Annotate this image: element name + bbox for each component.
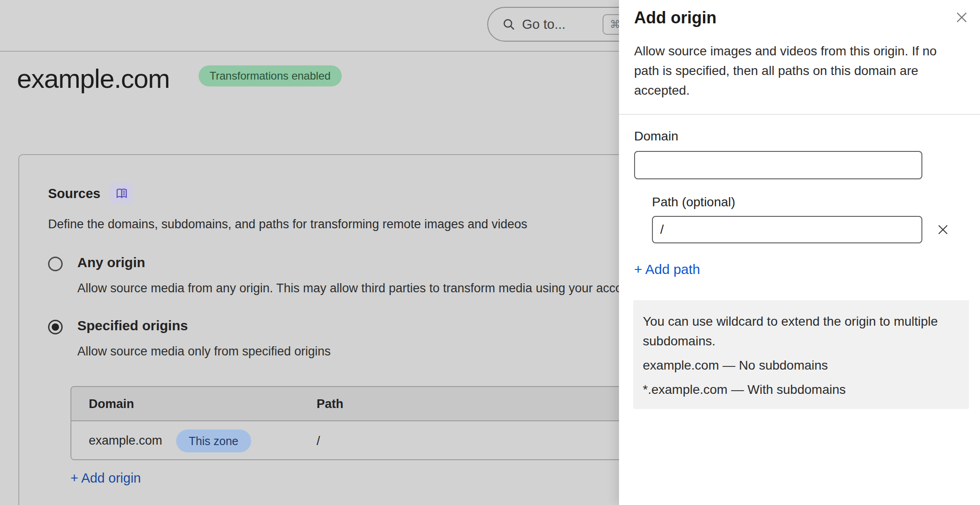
hint-example-with-subdomains: *.example.com — With subdomains bbox=[643, 380, 959, 399]
panel-description: Allow source images and videos from this… bbox=[634, 41, 957, 100]
column-header-domain: Domain bbox=[89, 397, 134, 411]
panel-divider bbox=[619, 114, 980, 115]
path-input[interactable] bbox=[652, 216, 922, 243]
origins-table-header: Domain Path bbox=[71, 387, 673, 421]
hint-example-no-subdomains: example.com — No subdomains bbox=[643, 355, 959, 375]
search-icon bbox=[502, 17, 516, 31]
radio-specified-origins[interactable] bbox=[48, 320, 63, 334]
add-origin-link[interactable]: + Add origin bbox=[70, 471, 141, 486]
close-icon bbox=[954, 10, 969, 25]
column-header-path: Path bbox=[317, 397, 344, 411]
wildcard-hint-box: You can use wildcard to extend the origi… bbox=[633, 300, 969, 409]
any-origin-label: Any origin bbox=[77, 255, 145, 270]
table-row: example.com This zone / bbox=[71, 421, 673, 460]
specified-origins-label: Specified origins bbox=[77, 318, 188, 333]
origin-path-value: / bbox=[317, 434, 320, 448]
search-input[interactable] bbox=[522, 17, 591, 32]
close-panel-button[interactable] bbox=[952, 7, 972, 27]
radio-any-origin[interactable] bbox=[48, 257, 63, 271]
domain-field-label: Domain bbox=[634, 129, 678, 144]
sources-description: Define the domains, subdomains, and path… bbox=[48, 217, 528, 231]
open-book-icon bbox=[115, 187, 129, 200]
page-title: example.com bbox=[17, 63, 170, 94]
path-field-label: Path (optional) bbox=[652, 195, 735, 210]
specified-origins-description: Allow source media only from specified o… bbox=[77, 344, 331, 359]
origins-table: Domain Path example.com This zone / bbox=[70, 386, 674, 460]
add-origin-panel: Add origin Allow source images and video… bbox=[619, 0, 980, 505]
add-path-link[interactable]: + Add path bbox=[634, 262, 700, 277]
hint-text: You can use wildcard to extend the origi… bbox=[643, 312, 959, 351]
remove-path-button[interactable] bbox=[933, 220, 953, 240]
docs-link[interactable] bbox=[110, 183, 134, 204]
remove-path-icon bbox=[936, 222, 950, 237]
any-origin-description: Allow source media from any origin. This… bbox=[77, 281, 640, 295]
domain-input[interactable] bbox=[634, 151, 922, 179]
panel-title: Add origin bbox=[634, 8, 716, 27]
sources-heading: Sources bbox=[48, 186, 100, 201]
origin-domain-value: example.com bbox=[89, 434, 162, 448]
this-zone-badge: This zone bbox=[176, 430, 251, 452]
transformations-status-badge: Transformations enabled bbox=[199, 65, 342, 86]
